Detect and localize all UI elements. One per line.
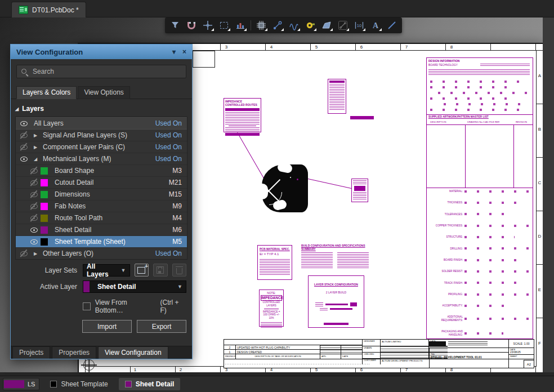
layer-tab-swatch — [50, 381, 57, 387]
checked-label: CHECKED — [362, 352, 380, 358]
document-tab-pcbdoc[interactable]: DT01.PcbDoc * — [11, 2, 86, 17]
expand-caret-icon[interactable]: ▶ — [34, 133, 41, 138]
view-from-bottom-label: View From Bottom… — [95, 299, 156, 314]
layer-tab-sheet-detail[interactable]: Sheet Detail — [119, 378, 181, 390]
filter-icon[interactable] — [168, 19, 182, 32]
place-string-icon[interactable]: A — [368, 19, 383, 32]
ruler-number: 4 — [268, 44, 275, 50]
panel-menu-caret-icon[interactable]: ▾ — [172, 48, 176, 56]
template-corner-box — [193, 51, 215, 68]
add-layer-set-button[interactable] — [135, 264, 149, 277]
visibility-eye-off-icon[interactable] — [29, 202, 39, 210]
active-layer-row: Active Layer Sheet Detail ▼ — [16, 280, 186, 293]
visibility-eye-off-icon[interactable] — [19, 131, 29, 139]
delete-layer-set-button[interactable] — [172, 264, 186, 277]
ruler-letter: F — [537, 341, 542, 346]
tab-layers-and-colors[interactable]: Layers & Colors — [16, 86, 77, 99]
layer-row-sheet-detail[interactable]: Sheet Detail M6 — [16, 224, 187, 236]
grid-origin-icon[interactable] — [200, 19, 215, 32]
layer-color-swatch[interactable] — [41, 203, 48, 210]
place-via-icon[interactable] — [303, 19, 318, 32]
visibility-eye-off-icon[interactable] — [19, 250, 29, 257]
visibility-eye-off-icon[interactable] — [29, 190, 39, 198]
length-tuning-icon[interactable] — [287, 19, 301, 32]
expand-caret-icon[interactable]: ▶ — [34, 251, 41, 256]
scale-cell: SCALE: 1.00 — [508, 340, 534, 348]
layer-color-swatch[interactable] — [41, 215, 48, 222]
layer-set-chip[interactable]: LS — [3, 378, 39, 390]
layer-row-all-layers[interactable]: All Layers Used On — [16, 117, 187, 130]
layer-row-signal-plane[interactable]: ▶ Signal And Plane Layers (S) Used On — [16, 130, 187, 141]
testpoint-graph-icon[interactable] — [233, 19, 248, 32]
view-configuration-panel: View Configuration ▾ × Layers & Colors V… — [10, 44, 193, 359]
visibility-eye-icon[interactable] — [29, 226, 39, 234]
panel-close-icon[interactable]: × — [182, 48, 186, 56]
place-dimension-icon[interactable]: 10 — [352, 19, 367, 32]
ruler-number: 5 — [313, 44, 320, 50]
title-cell: TitleDT01.01 - DEVELOPMENT TOOL 01.01 — [429, 352, 508, 368]
view-from-bottom-checkbox[interactable] — [83, 302, 91, 310]
place-component-icon[interactable] — [254, 19, 269, 32]
callout-bar — [350, 116, 374, 119]
bom-row — [429, 348, 508, 352]
view-from-bottom-shortcut: (Ctrl + F) — [160, 299, 186, 314]
visibility-eye-off-icon[interactable] — [29, 179, 39, 186]
layer-sets-row: Layer Sets All Layers ▼ — [16, 264, 186, 277]
layer-tab-sheet-template[interactable]: Sheet Template — [44, 378, 114, 390]
expand-caret-icon[interactable]: ▶ — [34, 145, 41, 150]
layer-stack-box: LAYER STACK CONFIGURATION 2 LAYER BUILD — [308, 275, 364, 328]
visibility-eye-icon[interactable] — [19, 155, 29, 163]
layer-row-other-layers[interactable]: ▶ Other Layers (O) Used On — [16, 248, 187, 259]
layer-row-fab-notes[interactable]: Fab Notes M9 — [16, 201, 187, 212]
layer-status-bar: LS Sheet Template Sheet Detail — [0, 376, 554, 392]
visibility-eye-off-icon[interactable] — [29, 214, 39, 222]
layer-row-route-tool-path[interactable]: Route Tool Path M4 — [16, 212, 187, 224]
place-line-icon[interactable] — [385, 19, 399, 32]
active-layer-dropdown[interactable]: Sheet Detail ▼ — [83, 280, 186, 293]
search-box[interactable] — [16, 65, 186, 78]
search-input[interactable] — [32, 67, 182, 76]
import-button[interactable]: Import — [82, 320, 132, 333]
footer-tab-properties[interactable]: Properties — [52, 346, 96, 359]
measure-distance-icon[interactable] — [336, 19, 350, 32]
layer-row-cutout-detail[interactable]: Cutout Detail M21 — [16, 177, 187, 189]
footer-tab-view-configuration[interactable]: View Configuration — [98, 346, 168, 359]
export-button[interactable]: Export — [137, 320, 186, 333]
tab-view-options[interactable]: View Options — [78, 86, 129, 99]
visibility-eye-icon[interactable] — [19, 119, 29, 127]
layer-color-swatch[interactable] — [41, 167, 48, 175]
section-expand-icon: ◢ — [15, 106, 19, 112]
area-select-icon[interactable] — [217, 19, 231, 32]
panel-footer-tabs: Projects Properties View Configuration — [11, 346, 192, 359]
interactive-route-icon[interactable] — [270, 19, 285, 32]
snapping-magnet-icon[interactable] — [184, 19, 199, 32]
collapse-caret-icon[interactable]: ◢ — [34, 157, 41, 162]
layers-list: All Layers Used On ▶ Signal And Plane La… — [15, 117, 187, 260]
layer-row-mechanical[interactable]: ◢ Mechanical Layers (M) Used On — [16, 153, 187, 165]
footer-tab-projects[interactable]: Projects — [12, 346, 50, 359]
save-layer-set-button[interactable] — [153, 264, 167, 277]
visibility-eye-off-icon[interactable] — [19, 143, 29, 151]
ruler-number: 1 — [132, 367, 138, 372]
layer-color-swatch[interactable] — [41, 226, 48, 234]
layer-color-swatch[interactable] — [41, 238, 48, 246]
visibility-eye-icon[interactable] — [29, 238, 39, 246]
panel-title-bar[interactable]: View Configuration ▾ × — [11, 44, 192, 59]
ruler-letter: B — [537, 127, 542, 132]
layer-sets-dropdown[interactable]: All Layers ▼ — [83, 264, 130, 277]
place-polygon-icon[interactable] — [319, 19, 334, 32]
layer-color-swatch[interactable] — [41, 179, 48, 186]
trash-icon — [176, 268, 182, 274]
panel-tabs: Layers & Colors View Options — [16, 86, 192, 99]
visibility-eye-off-icon[interactable] — [29, 167, 39, 175]
canvas-right-shade — [543, 17, 554, 376]
layer-row-dimensions[interactable]: Dimensions M15 — [16, 189, 187, 201]
layer-color-swatch[interactable] — [41, 191, 48, 198]
design-info-form: DESIGN INFORMATION BOARD TECHNOLOGY SUPP… — [426, 57, 533, 339]
layer-row-sheet-template[interactable]: Sheet Template (Sheet) M5 — [16, 236, 187, 248]
add-set-icon — [137, 267, 145, 274]
layers-section-header[interactable]: ◢ Layers — [11, 99, 192, 115]
layer-row-board-shape[interactable]: Board Shape M3 — [16, 165, 187, 177]
document-tab-strip: DT01.PcbDoc * — [0, 0, 554, 17]
layer-row-component-pairs[interactable]: ▶ Component Layer Pairs (C) Used On — [16, 141, 187, 153]
